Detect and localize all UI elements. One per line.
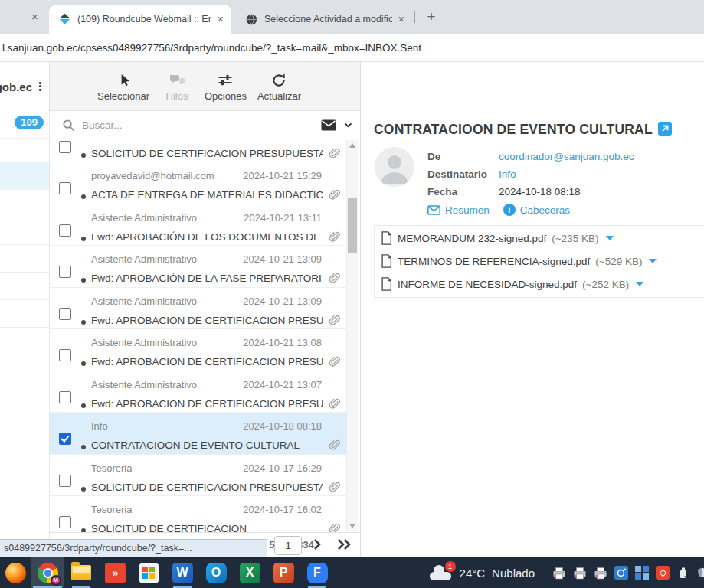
taskbar-app-file-explorer[interactable] xyxy=(64,557,98,588)
search-options-chevron-icon[interactable] xyxy=(344,122,352,128)
last-page-icon[interactable] xyxy=(335,537,353,551)
message-list: SOLICITUD DE CERTIFICACION PRESUPUESTA..… xyxy=(50,139,349,532)
tiles-app-icon[interactable] xyxy=(635,566,649,580)
recipient-link[interactable]: Info xyxy=(499,168,516,180)
printer-icon[interactable] xyxy=(594,566,607,580)
close-tab-icon[interactable]: × xyxy=(398,14,404,24)
row-checkbox[interactable] xyxy=(59,433,71,445)
header-row-date: Fecha 2024-10-18 08:18 xyxy=(427,183,634,201)
taskbar-app-word[interactable]: W xyxy=(165,557,199,588)
message-row[interactable]: Tesoreria 2024-10-17 16:29 SOLICITUD DE … xyxy=(50,455,349,497)
close-tab-icon[interactable]: × xyxy=(31,10,38,23)
row-checkbox[interactable] xyxy=(59,475,71,487)
row-subject: Fwd: APROBACIÓN DE LOS DOCUMENTOS DE ... xyxy=(91,231,323,243)
folder-row[interactable] xyxy=(0,300,49,328)
row-checkbox[interactable] xyxy=(59,266,71,278)
attachment-name[interactable]: MEMORANDUM 232-signed.pdf xyxy=(398,233,546,244)
row-checkbox[interactable] xyxy=(59,224,71,237)
row-sender: Tesoreria xyxy=(91,462,132,474)
message-row[interactable]: Info 2024-10-18 08:18 CONTRATACIOON DE E… xyxy=(50,413,349,455)
attachment-menu-caret-icon[interactable] xyxy=(606,236,614,240)
folder-row[interactable] xyxy=(0,190,49,217)
message-row[interactable]: Asistente Administrativo 2024-10-21 13:0… xyxy=(50,371,349,413)
globe-favicon-icon xyxy=(245,13,258,26)
scroll-down-icon[interactable] xyxy=(349,524,355,528)
options-button[interactable]: Opciones xyxy=(205,71,247,102)
folder-row-selected[interactable] xyxy=(0,162,49,190)
message-row[interactable]: Asistente Administrativo 2024-10-21 13:1… xyxy=(50,204,349,247)
taskbar-app-powerpoint[interactable]: P xyxy=(267,557,300,588)
folder-row[interactable] xyxy=(0,273,49,300)
scope-envelope-icon[interactable] xyxy=(321,119,336,131)
attachment-name[interactable]: INFORME DE NECESIDAD-signed.pdf xyxy=(398,279,577,290)
message-row[interactable]: Asistente Administrativo 2024-10-21 13:0… xyxy=(50,329,349,371)
taskbar-app-excel[interactable]: X xyxy=(233,557,267,588)
printer-icon[interactable] xyxy=(552,566,566,580)
attachment-menu-caret-icon[interactable] xyxy=(649,259,657,263)
attachment-row[interactable]: TERMINOS DE REFERENCIA-signed.pdf (~529 … xyxy=(381,250,704,272)
row-subject: Fwd: APROBACION DE CERTIFICACION PRESU..… xyxy=(91,315,323,326)
close-tab-icon[interactable]: × xyxy=(218,14,224,24)
taskbar-app-firefox[interactable] xyxy=(0,557,31,588)
message-row[interactable]: Asistente Administrativo 2024-10-21 13:0… xyxy=(50,246,349,288)
row-date: 2024-10-21 13:07 xyxy=(243,379,322,390)
message-row[interactable]: Tesoreria 2024-10-17 16:02 SOLICITUD DE … xyxy=(50,496,349,532)
attachment-paperclip-icon xyxy=(328,313,341,327)
message-row[interactable]: proyavedavid@hotmail.com 2024-10-21 15:2… xyxy=(50,162,349,204)
row-date: 2024-10-17 16:29 xyxy=(243,462,322,474)
roundcube-favicon-icon xyxy=(58,13,71,26)
page-input[interactable] xyxy=(274,536,302,555)
scroll-up-icon[interactable] xyxy=(349,143,355,148)
folder-row[interactable] xyxy=(0,135,49,162)
attachment-name[interactable]: TERMINOS DE REFERENCIA-signed.pdf xyxy=(398,256,590,267)
taskbar-app-chrome[interactable]: M xyxy=(31,557,64,588)
list-scrollbar[interactable] xyxy=(346,140,358,531)
header-row-to: Destinatario Info xyxy=(427,165,634,183)
open-in-new-window-icon[interactable] xyxy=(658,122,672,136)
message-row[interactable]: SOLICITUD DE CERTIFICACION PRESUPUESTA..… xyxy=(50,139,349,162)
attachment-row[interactable]: MEMORANDUM 232-signed.pdf (~235 KB) xyxy=(381,227,704,249)
select-button[interactable]: Seleccionar xyxy=(97,71,149,102)
scrollbar-thumb[interactable] xyxy=(348,198,357,253)
threads-button[interactable]: Hilos xyxy=(160,71,194,102)
camera-app-icon[interactable] xyxy=(614,566,628,580)
tab-roundcube[interactable]: (109) Roundcube Webmail :: Env × xyxy=(49,5,231,34)
folder-row[interactable] xyxy=(0,217,49,245)
tab-separator xyxy=(414,11,415,23)
red-diamond-tray-icon[interactable] xyxy=(656,566,670,580)
summary-link[interactable]: Resumen xyxy=(427,204,490,216)
weather-widget[interactable]: 1 24°C Nublado xyxy=(428,564,535,581)
from-address-link[interactable]: coordinador@sanjuan.gob.ec xyxy=(499,151,634,162)
chrome-hub-icon xyxy=(43,568,53,578)
security-shield-icon[interactable] xyxy=(697,566,704,580)
url-bar[interactable]: l.sanjuan.gob.ec/cpsess0489927756/3rdpar… xyxy=(0,34,704,62)
taskbar-app-forticlient[interactable]: F xyxy=(300,557,334,588)
list-toolbar: Seleccionar Hilos xyxy=(50,62,349,111)
row-checkbox[interactable] xyxy=(59,182,71,194)
taskbar-app-red-app[interactable]: » xyxy=(98,557,132,588)
attachment-row[interactable]: INFORME DE NECESIDAD-signed.pdf (~252 KB… xyxy=(381,273,704,295)
usb-eject-icon[interactable] xyxy=(676,566,690,580)
message-row[interactable]: Asistente Administrativo 2024-10-21 13:0… xyxy=(50,288,349,330)
search-input[interactable] xyxy=(82,119,321,131)
refresh-button[interactable]: Actualizar xyxy=(257,71,301,102)
next-page-icon[interactable] xyxy=(310,537,324,551)
taskbar-app-microsoft-store[interactable] xyxy=(132,557,165,588)
attachment-paperclip-icon xyxy=(328,438,341,452)
powerpoint-icon: P xyxy=(273,563,294,583)
row-checkbox[interactable] xyxy=(59,141,71,153)
attachment-menu-caret-icon[interactable] xyxy=(636,282,643,286)
folder-row[interactable] xyxy=(0,245,49,273)
row-checkbox[interactable] xyxy=(59,516,71,528)
weather-condition: Nublado xyxy=(492,567,535,580)
kebab-menu-icon[interactable]: ⋮ xyxy=(34,80,46,93)
printer-icon[interactable] xyxy=(573,566,587,580)
taskbar-app-outlook[interactable]: O xyxy=(199,557,233,588)
headers-link[interactable]: i Cabeceras xyxy=(503,204,570,216)
tab-actividad[interactable]: Seleccione Actividad a modifica × xyxy=(236,5,412,34)
row-checkbox[interactable] xyxy=(59,391,71,403)
browser-tabstrip: × (109) Roundcube Webmail :: Env × Selec… xyxy=(0,0,704,34)
row-checkbox[interactable] xyxy=(59,308,71,320)
row-checkbox[interactable] xyxy=(59,349,71,361)
new-tab-button[interactable]: + xyxy=(422,8,440,26)
